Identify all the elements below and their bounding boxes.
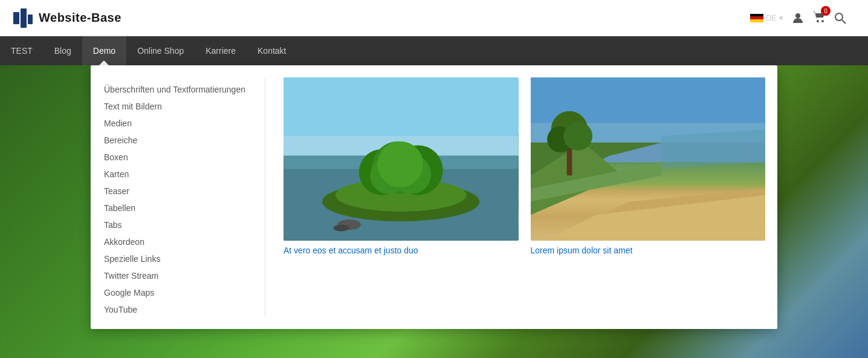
navbar: TEST Blog Demo Online Shop Karriere Kont… <box>0 36 868 65</box>
header-right: DE ▾ 0 <box>740 11 856 25</box>
image-grid: At vero eos et accusam et justo duo <box>283 77 765 255</box>
sidebar-item-twitter-stream[interactable]: Twitter Stream <box>103 268 247 283</box>
header: Website-Base DE ▾ <box>0 0 868 36</box>
svg-point-8 <box>821 20 824 22</box>
sidebar-item-karten[interactable]: Karten <box>103 167 247 181</box>
sidebar-item-boxen[interactable]: Boxen <box>103 150 247 164</box>
svg-rect-1 <box>21 8 27 28</box>
image-island <box>283 77 519 241</box>
image-card-2: Lorem ipsum dolor sit amet <box>531 77 766 255</box>
nav-item-kontakt[interactable]: Kontakt <box>247 36 297 65</box>
svg-point-6 <box>795 13 800 18</box>
svg-point-24 <box>333 225 349 232</box>
svg-rect-0 <box>13 12 19 24</box>
logo-text: Website-Base <box>39 11 121 25</box>
image-caption-1[interactable]: At vero eos et accusam et justo duo <box>283 246 519 255</box>
nav-item-online-shop[interactable]: Online Shop <box>126 36 195 65</box>
logo[interactable]: Website-Base <box>12 7 121 29</box>
sidebar-item-youtube[interactable]: YouTube <box>103 302 247 317</box>
sidebar-item-ueberschriften[interactable]: Überschriften und Textformatierungen <box>103 82 247 97</box>
svg-point-7 <box>817 20 819 22</box>
svg-point-22 <box>377 142 423 187</box>
svg-rect-4 <box>750 16 763 19</box>
nav-item-test[interactable]: TEST <box>0 36 44 65</box>
svg-rect-3 <box>750 14 763 17</box>
search-icon[interactable] <box>834 12 846 24</box>
svg-point-9 <box>835 13 843 21</box>
flag-icon <box>750 14 763 22</box>
sidebar-item-spezielle-links[interactable]: Spezielle Links <box>103 252 247 266</box>
sidebar-menu: Überschriften und Textformatierungen Tex… <box>103 77 247 317</box>
nav-item-blog[interactable]: Blog <box>44 36 82 65</box>
chevron-down-icon: ▾ <box>779 13 783 22</box>
sidebar-item-bereiche[interactable]: Bereiche <box>103 133 247 148</box>
sidebar-item-medien[interactable]: Medien <box>103 116 247 131</box>
sidebar-item-teaser[interactable]: Teaser <box>103 184 247 198</box>
sidebar-divider <box>265 77 265 317</box>
sidebar-item-google-maps[interactable]: Google Maps <box>103 285 247 300</box>
svg-marker-36 <box>662 129 765 169</box>
cart-icon[interactable]: 0 <box>812 11 826 25</box>
sidebar-item-akkordeon[interactable]: Akkordeon <box>103 235 247 249</box>
nav-item-demo[interactable]: Demo <box>82 36 126 65</box>
language-label: DE <box>766 13 777 22</box>
svg-rect-5 <box>750 19 763 22</box>
image-caption-2[interactable]: Lorem ipsum dolor sit amet <box>531 246 766 255</box>
cart-badge: 0 <box>821 6 831 16</box>
language-selector[interactable]: DE ▾ <box>750 13 783 22</box>
image-card-1: At vero eos et accusam et justo duo <box>283 77 519 255</box>
sidebar-item-tabs[interactable]: Tabs <box>103 218 247 232</box>
user-icon[interactable] <box>792 12 804 24</box>
svg-rect-2 <box>28 15 33 24</box>
nav-items: TEST Blog Demo Online Shop Karriere Kont… <box>0 36 868 65</box>
sidebar-item-tabellen[interactable]: Tabellen <box>103 201 247 215</box>
svg-point-33 <box>563 122 592 151</box>
sidebar-item-text-mit-bildern[interactable]: Text mit Bildern <box>103 99 247 114</box>
content-area: At vero eos et accusam et justo duo <box>283 77 765 317</box>
image-beach <box>531 77 766 241</box>
logo-icon <box>12 7 34 29</box>
dropdown-panel: Überschriften und Textformatierungen Tex… <box>91 65 777 329</box>
nav-item-karriere[interactable]: Karriere <box>195 36 247 65</box>
svg-line-10 <box>842 20 846 24</box>
